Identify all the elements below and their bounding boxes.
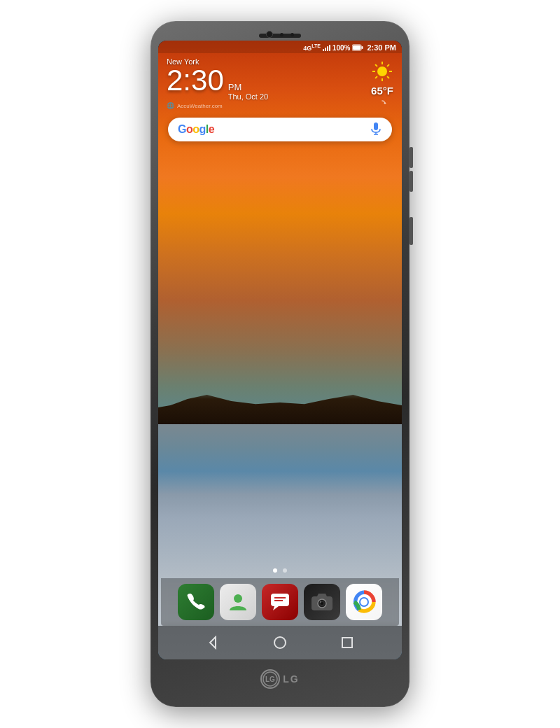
- dot-1: [273, 568, 277, 573]
- dock-icon-camera: [304, 584, 340, 620]
- network-type: 4GLTE: [303, 43, 321, 52]
- home-button[interactable]: [270, 633, 290, 652]
- phone-screen-wrapper: 4GLTE 100% 2:30 PM: [158, 41, 402, 659]
- svg-rect-13: [374, 122, 378, 130]
- weather-time: 2:30: [167, 66, 224, 95]
- sun-icon: [371, 60, 393, 83]
- sensor-dot: [280, 33, 284, 36]
- weather-right-block: 65°F: [371, 57, 393, 108]
- svg-point-22: [234, 594, 242, 603]
- dock-item-contacts[interactable]: [220, 584, 256, 620]
- dock-icon-contacts: [220, 584, 256, 620]
- svg-point-3: [377, 66, 387, 76]
- google-logo: Google: [178, 123, 214, 136]
- weather-time-row: 2:30 PM Thu, Oct 20: [167, 66, 268, 101]
- dock-item-chrome[interactable]: [346, 584, 382, 620]
- power-button: [410, 217, 413, 245]
- lg-circle: LG: [260, 669, 280, 689]
- battery-percent: 100%: [332, 44, 351, 52]
- weather-left: New York 2:30 PM Thu, Oct 20 🌐 AccuWeath…: [167, 57, 268, 109]
- status-time: 2:30 PM: [367, 43, 396, 52]
- battery-icon: [352, 44, 363, 51]
- mic-icon[interactable]: [370, 123, 382, 136]
- phone-outer: 4GLTE 100% 2:30 PM: [150, 21, 410, 707]
- weather-widget[interactable]: New York 2:30 PM Thu, Oct 20 🌐 AccuWeath…: [158, 53, 402, 111]
- svg-line-9: [387, 76, 389, 78]
- weather-temp: 65°F: [371, 85, 393, 97]
- dock-item-camera[interactable]: [304, 584, 340, 620]
- back-button[interactable]: [203, 633, 223, 652]
- dock-icon-chrome: [346, 584, 382, 620]
- svg-marker-24: [273, 606, 279, 610]
- weather-date: Thu, Oct 20: [228, 92, 268, 101]
- dock-item-messaging[interactable]: [262, 584, 298, 620]
- refresh-icon[interactable]: [378, 99, 386, 108]
- dock-icon-messaging: [262, 584, 298, 620]
- weather-ampm: PM: [228, 82, 268, 92]
- svg-point-31: [320, 601, 321, 603]
- svg-marker-12: [384, 102, 386, 104]
- volume-buttons: [410, 147, 413, 192]
- dock-item-phone[interactable]: [178, 584, 214, 620]
- svg-line-11: [375, 76, 377, 78]
- lg-text: LG: [283, 673, 299, 685]
- recent-button[interactable]: [337, 633, 357, 652]
- svg-marker-35: [210, 637, 216, 648]
- dots-row: [158, 568, 402, 573]
- status-bar: 4GLTE 100% 2:30 PM: [158, 41, 402, 53]
- svg-line-8: [375, 64, 377, 66]
- svg-rect-37: [342, 638, 352, 648]
- weather-credit: 🌐 AccuWeather.com: [167, 102, 268, 109]
- camera-dot: [266, 31, 273, 38]
- camera-area: [266, 31, 294, 38]
- svg-point-30: [321, 602, 323, 605]
- sensor-dot2: [290, 33, 294, 36]
- nav-bar: [158, 626, 402, 659]
- svg-rect-1: [362, 46, 363, 49]
- phone-screen: 4GLTE 100% 2:30 PM: [158, 41, 402, 659]
- svg-point-36: [274, 637, 286, 648]
- dock-icon-phone: [178, 584, 214, 620]
- phone-top-bar: [156, 29, 404, 41]
- search-bar-container: Google: [158, 113, 402, 146]
- phone-bottom-area: LG LG: [260, 659, 299, 699]
- svg-rect-2: [353, 46, 360, 50]
- svg-text:LG: LG: [265, 676, 275, 683]
- status-right: 4GLTE 100% 2:30 PM: [303, 43, 396, 52]
- signal-bars: [323, 44, 330, 51]
- search-bar[interactable]: Google: [168, 118, 392, 141]
- dock: [161, 578, 399, 626]
- svg-point-34: [360, 598, 368, 606]
- dot-2: [283, 568, 287, 573]
- svg-line-10: [387, 64, 389, 66]
- accuweather-globe-icon: 🌐: [167, 102, 174, 109]
- lg-logo: LG LG: [260, 669, 299, 689]
